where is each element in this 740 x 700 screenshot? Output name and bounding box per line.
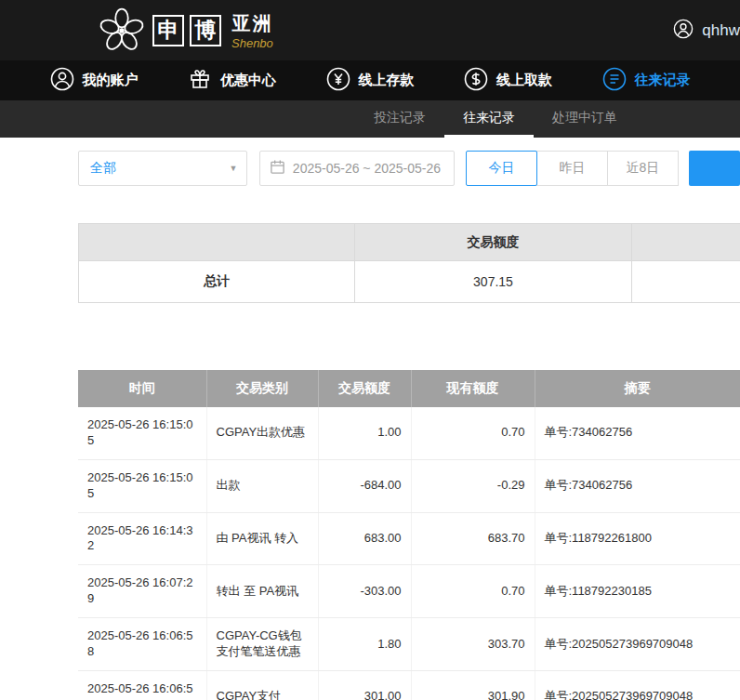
- table-cell: 2025-05-26 16:15:05: [78, 459, 206, 512]
- tab-transaction-records[interactable]: 往来记录: [444, 100, 534, 138]
- top-header: 申 博 亚洲 Shenbo qhhw: [0, 0, 740, 60]
- withdraw-coin-icon: [464, 67, 488, 94]
- quick-date-buttons: 今日 昨日 近8日: [467, 151, 679, 186]
- nav-label: 我的账户: [83, 72, 139, 89]
- table-cell: 683.70: [411, 512, 535, 565]
- table-cell: 683.00: [318, 512, 411, 565]
- date-range-input[interactable]: 2025-05-26 ~ 2025-05-26: [259, 151, 455, 186]
- table-cell: 1.00: [318, 407, 411, 459]
- table-row: 2025-05-26 16:06:58CGPAY支付301.00301.90单号…: [78, 670, 740, 700]
- table-cell: 2025-05-26 16:15:05: [78, 407, 206, 459]
- table-cell: 2025-05-26 16:14:32: [78, 512, 206, 565]
- nav-label: 往来记录: [635, 72, 691, 89]
- table-cell: 出款: [206, 459, 318, 512]
- column-header-time: 时间: [78, 370, 206, 407]
- column-header-balance: 现有额度: [411, 370, 535, 407]
- transactions-table: 时间 交易类别 交易额度 现有额度 摘要 2025-05-26 16:15:05…: [78, 370, 740, 700]
- table-cell: 301.90: [411, 670, 535, 700]
- yesterday-button[interactable]: 昨日: [536, 151, 608, 186]
- nav-item-transaction-records[interactable]: 往来记录: [602, 67, 691, 94]
- table-row: 2025-05-26 16:15:05CGPAY出款优惠1.000.70单号:7…: [78, 407, 740, 459]
- account-icon: [50, 67, 74, 94]
- nav-label: 线上存款: [359, 72, 415, 89]
- calendar-icon: [270, 159, 285, 178]
- logo-char-shen: 申: [152, 15, 184, 46]
- user-account-menu[interactable]: qhhw: [673, 0, 740, 60]
- table-cell: CGPAY-CG钱包支付笔笔送优惠: [206, 618, 318, 671]
- table-cell: 单号:734062756: [535, 407, 740, 459]
- table-cell: CGPAY支付: [206, 670, 318, 700]
- nav-item-online-withdrawal[interactable]: 线上取款: [464, 67, 552, 94]
- table-cell: 单号:118792261800: [535, 512, 740, 565]
- table-cell: -684.00: [318, 459, 411, 512]
- table-cell: CGPAY出款优惠: [206, 407, 318, 459]
- table-cell: -303.00: [318, 565, 411, 618]
- summary-header-blank-2: [632, 224, 740, 261]
- user-icon: [673, 19, 694, 43]
- table-cell: 2025-05-26 16:06:58: [78, 618, 206, 671]
- nav-item-promotions[interactable]: 优惠中心: [188, 67, 276, 94]
- table-cell: 单号:202505273969709048: [535, 618, 740, 671]
- table-cell: 1.80: [318, 618, 411, 671]
- table-header-row: 时间 交易类别 交易额度 现有额度 摘要: [78, 370, 740, 407]
- table-cell: 转出 至 PA视讯: [206, 565, 318, 618]
- nav-item-online-deposit[interactable]: 线上存款: [326, 67, 415, 94]
- table-cell: 0.70: [411, 565, 535, 618]
- last-8-days-button[interactable]: 近8日: [607, 151, 679, 186]
- table-row: 2025-05-26 16:06:58CGPAY-CG钱包支付笔笔送优惠1.80…: [78, 618, 740, 671]
- summary-blank-cell: [632, 261, 740, 303]
- table-cell: 单号:734062756: [535, 459, 740, 512]
- search-button[interactable]: [689, 151, 740, 186]
- type-filter-value: 全部: [90, 160, 116, 177]
- table-cell: 由 PA视讯 转入: [206, 512, 318, 565]
- nav-label: 优惠中心: [220, 72, 276, 89]
- table-cell: 2025-05-26 16:07:29: [78, 565, 206, 618]
- site-logo[interactable]: 申 博 亚洲 Shenbo: [97, 6, 273, 56]
- table-cell: 单号:118792230185: [535, 565, 740, 618]
- main-navigation: 我的账户 优惠中心 线上存款 线上取款: [0, 60, 740, 100]
- logo-char-bo: 博: [190, 15, 221, 46]
- records-icon: [602, 67, 627, 94]
- column-header-summary: 摘要: [535, 370, 740, 407]
- table-cell: -0.29: [411, 459, 535, 512]
- chevron-down-icon: ▼: [220, 152, 246, 185]
- logo-subtitle: Shenbo: [231, 36, 273, 50]
- logo-region-text: 亚洲: [231, 11, 272, 36]
- transactions-body: 2025-05-26 16:15:05CGPAY出款优惠1.000.70单号:7…: [78, 407, 740, 700]
- table-row: 2025-05-26 16:14:32由 PA视讯 转入683.00683.70…: [78, 512, 740, 565]
- summary-table: 交易额度 总计 307.15: [78, 223, 740, 303]
- summary-header-amount: 交易额度: [355, 224, 632, 261]
- summary-total-value: 307.15: [355, 261, 632, 303]
- sub-navigation: 投注记录 往来记录 处理中订单: [0, 100, 740, 138]
- tab-processing-orders[interactable]: 处理中订单: [534, 100, 636, 138]
- nav-item-my-account[interactable]: 我的账户: [50, 67, 139, 94]
- summary-total-label: 总计: [79, 261, 355, 303]
- table-cell: 2025-05-26 16:06:58: [78, 670, 206, 700]
- tab-betting-records[interactable]: 投注记录: [355, 100, 444, 138]
- type-filter-select[interactable]: 全部 ▼: [78, 151, 247, 186]
- deposit-coin-icon: [326, 67, 350, 94]
- today-button[interactable]: 今日: [466, 151, 537, 186]
- sakura-flower-icon: [97, 6, 147, 56]
- username-text: qhhw: [702, 21, 740, 40]
- table-row: 2025-05-26 16:07:29转出 至 PA视讯-303.000.70单…: [78, 565, 740, 618]
- gift-icon: [188, 67, 212, 94]
- table-cell: 0.70: [411, 407, 535, 459]
- column-header-amount: 交易额度: [318, 370, 411, 407]
- date-range-value: 2025-05-26 ~ 2025-05-26: [293, 161, 441, 176]
- column-header-type: 交易类别: [206, 370, 318, 407]
- table-cell: 301.00: [318, 670, 411, 700]
- summary-header-blank: [79, 224, 355, 261]
- filter-bar: 全部 ▼ 2025-05-26 ~ 2025-05-26 今日 昨日 近8日: [78, 151, 740, 186]
- table-cell: 单号:202505273969709048: [535, 670, 740, 700]
- table-cell: 303.70: [411, 618, 535, 671]
- nav-label: 线上取款: [496, 72, 552, 89]
- table-row: 2025-05-26 16:15:05出款-684.00-0.29单号:7340…: [78, 459, 740, 512]
